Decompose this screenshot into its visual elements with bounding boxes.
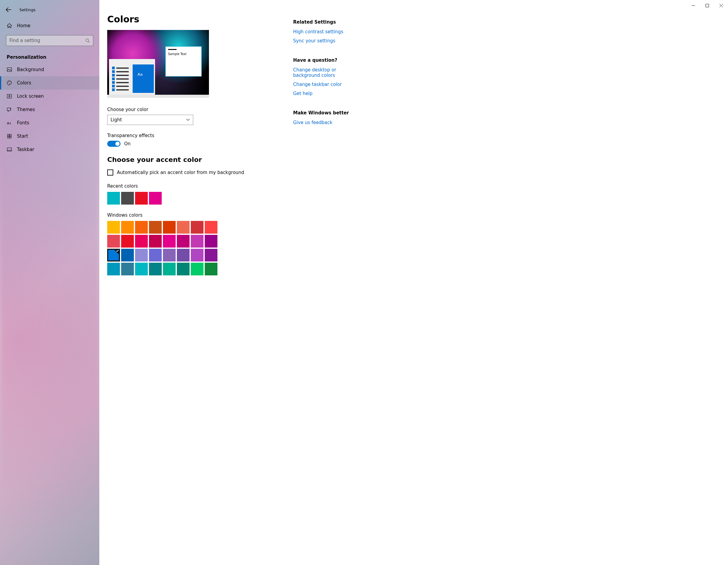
chevron-down-icon <box>186 118 190 122</box>
color-swatch[interactable] <box>135 263 148 276</box>
choose-color-dropdown[interactable]: Light <box>107 115 193 125</box>
accent-heading: Choose your accent color <box>107 156 284 164</box>
color-swatch[interactable] <box>121 249 134 262</box>
preview-window: Sample Text <box>165 46 202 77</box>
fonts-icon: AA <box>7 120 12 126</box>
sidebar-item-label: Lock screen <box>17 94 44 99</box>
page-title: Colors <box>107 14 284 25</box>
svg-rect-15 <box>7 148 12 151</box>
back-arrow-icon <box>6 7 11 12</box>
related-settings-heading: Related Settings <box>293 19 719 25</box>
color-swatch[interactable] <box>135 192 148 205</box>
color-swatch[interactable] <box>177 249 190 262</box>
sidebar-item-taskbar[interactable]: Taskbar <box>0 143 99 156</box>
preview-taskbar <box>107 95 209 98</box>
svg-point-0 <box>86 39 88 41</box>
color-swatch[interactable] <box>191 249 204 262</box>
sidebar-item-background[interactable]: Background <box>0 63 99 76</box>
svg-line-1 <box>88 41 90 42</box>
search-icon <box>85 38 90 43</box>
color-swatch[interactable] <box>177 235 190 248</box>
color-swatch[interactable] <box>121 221 134 234</box>
color-swatch[interactable] <box>191 263 204 276</box>
windows-colors-grid <box>107 221 222 276</box>
windows-colors-label: Windows colors <box>107 213 284 218</box>
svg-text:A: A <box>7 121 9 125</box>
svg-rect-6 <box>7 94 12 98</box>
color-swatch[interactable] <box>205 221 217 234</box>
color-swatch[interactable] <box>149 249 162 262</box>
search-input[interactable] <box>9 38 85 43</box>
sidebar-item-label: Start <box>17 134 28 139</box>
link-get-help[interactable]: Get help <box>293 91 363 96</box>
svg-rect-12 <box>10 134 11 136</box>
taskbar-icon <box>7 147 12 152</box>
svg-rect-2 <box>7 68 12 72</box>
color-swatch[interactable] <box>107 221 120 234</box>
color-swatch[interactable] <box>163 249 176 262</box>
svg-rect-18 <box>706 4 709 7</box>
color-swatch[interactable] <box>135 249 148 262</box>
color-swatch[interactable] <box>191 221 204 234</box>
auto-accent-label: Automatically pick an accent color from … <box>117 170 244 175</box>
transparency-label: Transparency effects <box>107 133 284 138</box>
color-preview: Sample Text Aa <box>107 30 209 98</box>
link-high-contrast[interactable]: High contrast settings <box>293 29 363 35</box>
transparency-toggle[interactable] <box>107 141 121 147</box>
sidebar-item-colors[interactable]: Colors <box>0 76 99 90</box>
sidebar-item-label: Background <box>17 67 44 72</box>
svg-point-3 <box>8 82 9 83</box>
color-swatch[interactable] <box>107 263 120 276</box>
home-icon <box>7 23 12 28</box>
sidebar-item-start[interactable]: Start <box>0 130 99 143</box>
color-swatch[interactable] <box>107 235 120 248</box>
color-swatch[interactable] <box>205 235 217 248</box>
choose-color-label: Choose your color <box>107 107 284 112</box>
sidebar-item-label: Themes <box>17 107 35 112</box>
check-icon <box>116 249 119 253</box>
start-icon <box>7 134 12 139</box>
back-button[interactable] <box>4 5 13 14</box>
recent-colors-grid <box>107 192 228 205</box>
color-swatch[interactable] <box>177 221 190 234</box>
color-swatch[interactable] <box>163 221 176 234</box>
color-swatch[interactable] <box>205 263 217 276</box>
minimize-button[interactable] <box>686 0 700 11</box>
color-swatch[interactable] <box>149 221 162 234</box>
color-swatch[interactable] <box>121 263 134 276</box>
minimize-icon <box>692 4 695 7</box>
search-box[interactable] <box>6 35 93 46</box>
auto-accent-checkbox[interactable] <box>107 170 113 176</box>
link-change-desktop-colors[interactable]: Change desktop or background colors <box>293 67 363 78</box>
color-swatch[interactable] <box>191 235 204 248</box>
color-swatch[interactable] <box>163 263 176 276</box>
sidebar-item-lockscreen[interactable]: Lock screen <box>0 90 99 103</box>
color-swatch[interactable] <box>135 221 148 234</box>
color-swatch[interactable] <box>205 249 217 262</box>
link-give-feedback[interactable]: Give us feedback <box>293 120 363 125</box>
sidebar-section-header: Personalization <box>0 50 99 63</box>
close-button[interactable] <box>714 0 728 11</box>
svg-text:A: A <box>9 122 11 125</box>
question-heading: Have a question? <box>293 58 719 63</box>
color-swatch[interactable] <box>121 192 134 205</box>
color-swatch[interactable] <box>149 192 162 205</box>
svg-rect-13 <box>8 137 9 138</box>
link-sync-settings[interactable]: Sync your settings <box>293 38 363 44</box>
color-swatch[interactable] <box>107 192 120 205</box>
sidebar-item-fonts[interactable]: AA Fonts <box>0 116 99 130</box>
color-swatch[interactable] <box>149 235 162 248</box>
color-swatch[interactable] <box>163 235 176 248</box>
color-swatch[interactable] <box>107 249 120 262</box>
sidebar-home[interactable]: Home <box>0 19 99 32</box>
link-change-taskbar-color[interactable]: Change taskbar color <box>293 82 363 87</box>
color-swatch[interactable] <box>121 235 134 248</box>
sidebar-item-label: Taskbar <box>17 147 34 152</box>
svg-point-4 <box>9 81 9 82</box>
maximize-button[interactable] <box>700 0 714 11</box>
color-swatch[interactable] <box>149 263 162 276</box>
color-swatch[interactable] <box>135 235 148 248</box>
color-swatch[interactable] <box>177 263 190 276</box>
sidebar-item-themes[interactable]: Themes <box>0 103 99 116</box>
maximize-icon <box>706 4 709 7</box>
